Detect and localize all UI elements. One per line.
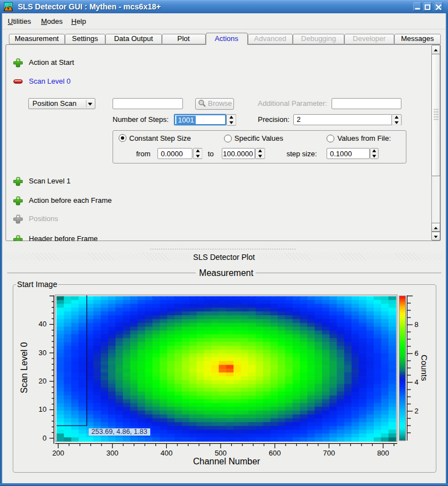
svg-text:300: 300 bbox=[106, 449, 119, 457]
svg-text:8: 8 bbox=[415, 320, 419, 329]
svg-text:Scan Level 0: Scan Level 0 bbox=[19, 342, 29, 393]
svg-text:Counts: Counts bbox=[420, 355, 429, 381]
svg-text:4: 4 bbox=[415, 378, 419, 386]
svg-text:400: 400 bbox=[160, 449, 172, 457]
svg-text:10: 10 bbox=[39, 405, 47, 413]
svg-text:20: 20 bbox=[39, 377, 47, 385]
svg-text:500: 500 bbox=[215, 449, 227, 457]
svg-text:6: 6 bbox=[415, 349, 419, 357]
svg-text:40: 40 bbox=[39, 320, 47, 328]
svg-text:30: 30 bbox=[39, 349, 47, 357]
svg-text:700: 700 bbox=[323, 449, 335, 457]
svg-text:800: 800 bbox=[377, 449, 389, 457]
svg-text:600: 600 bbox=[269, 449, 281, 457]
svg-text:200: 200 bbox=[52, 449, 64, 457]
svg-text:0: 0 bbox=[43, 434, 47, 442]
svg-text:Channel Number: Channel Number bbox=[193, 457, 261, 466]
svg-text:2: 2 bbox=[415, 407, 419, 415]
